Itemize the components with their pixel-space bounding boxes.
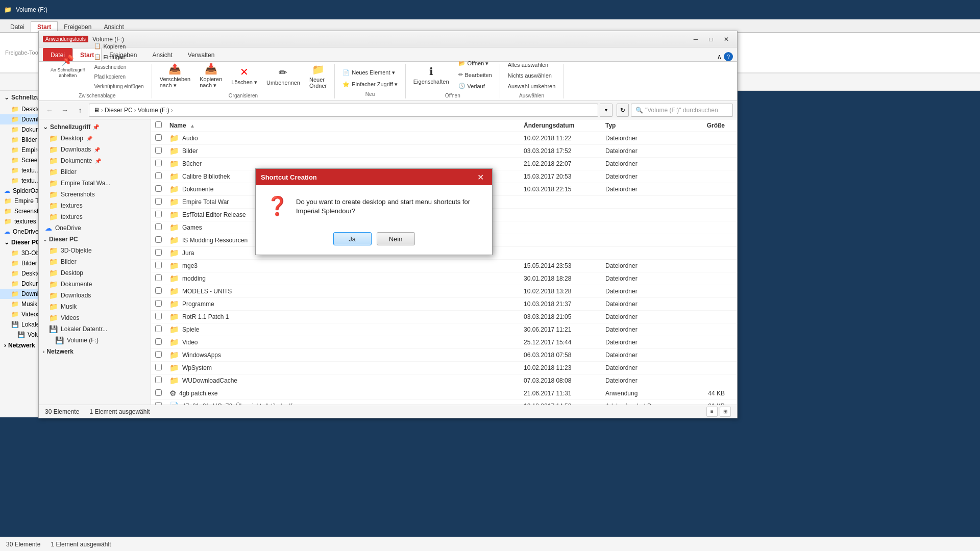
dialog-question-icon: ❓ [266,195,289,217]
dialog-buttons: Ja Nein [256,227,492,255]
dialog-message: Do you want to create desktop and start … [296,195,482,216]
dialog-overlay: Shortcut Creation ✕ ❓ Do you want to cre… [0,0,980,551]
shortcut-creation-dialog: Shortcut Creation ✕ ❓ Do you want to cre… [255,168,493,255]
dialog-title: Shortcut Creation [261,173,474,181]
dialog-no-button[interactable]: Nein [377,232,415,245]
dialog-close-button[interactable]: ✕ [474,171,487,183]
dialog-body: ❓ Do you want to create desktop and star… [256,185,492,227]
dialog-yes-button[interactable]: Ja [333,232,372,245]
dialog-titlebar: Shortcut Creation ✕ [256,169,492,185]
